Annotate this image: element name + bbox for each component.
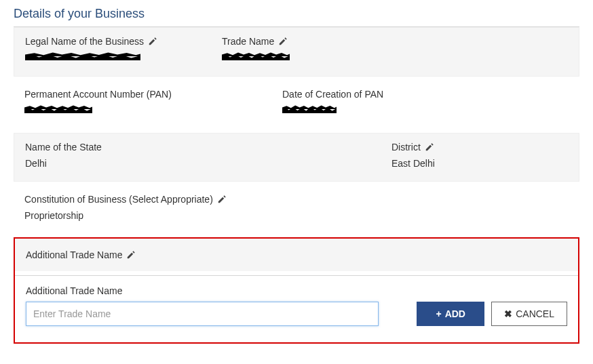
value-constitution: Proprietorship [24, 210, 569, 221]
field-legal-name: Legal Name of the Business [25, 36, 222, 64]
label-pan: Permanent Account Number (PAN) [24, 89, 172, 100]
label-district: District [391, 142, 421, 153]
trade-name-input[interactable] [26, 302, 379, 326]
pencil-icon[interactable] [278, 37, 288, 46]
value-legal-name [25, 52, 222, 64]
value-trade-name [222, 52, 568, 64]
add-button-label: ADD [445, 308, 465, 319]
field-trade-name: Trade Name [222, 36, 568, 64]
field-state: Name of the State Delhi [25, 142, 391, 169]
value-pan-date [282, 105, 569, 117]
field-pan-date: Date of Creation of PAN [282, 89, 569, 117]
section-title: Details of your Business [14, 7, 579, 21]
pencil-icon[interactable] [217, 195, 227, 204]
plus-icon: + [436, 308, 441, 319]
label-additional-trade-header: Additional Trade Name [26, 249, 122, 260]
label-additional-trade-input: Additional Trade Name [26, 285, 379, 296]
panel-state: Name of the State Delhi District East De… [14, 133, 579, 182]
value-district: East Delhi [391, 158, 568, 169]
label-constitution: Constitution of Business (Select Appropr… [24, 194, 213, 205]
highlight-additional-trade: Additional Trade Name Additional Trade N… [14, 237, 579, 344]
panel-pan: Permanent Account Number (PAN) Date of C… [14, 81, 579, 129]
label-legal-name: Legal Name of the Business [25, 36, 144, 47]
cancel-button[interactable]: ✖ CANCEL [491, 302, 567, 326]
field-district: District East Delhi [391, 142, 568, 169]
value-state: Delhi [25, 158, 391, 169]
label-pan-date: Date of Creation of PAN [282, 89, 383, 100]
x-icon: ✖ [504, 308, 512, 319]
field-pan: Permanent Account Number (PAN) [24, 89, 282, 117]
panel-additional-trade-header: Additional Trade Name [15, 239, 578, 271]
pencil-icon[interactable] [148, 37, 157, 46]
panel-additional-trade-input: Additional Trade Name + ADD ✖ CANCEL [15, 276, 578, 338]
panel-names: Legal Name of the Business Trade Name [14, 27, 579, 77]
cancel-button-label: CANCEL [516, 308, 554, 319]
pencil-icon[interactable] [425, 142, 434, 152]
panel-constitution: Constitution of Business (Select Appropr… [14, 186, 579, 233]
label-trade-name: Trade Name [222, 36, 274, 47]
add-button[interactable]: + ADD [417, 302, 484, 326]
pencil-icon[interactable] [126, 250, 136, 260]
label-state: Name of the State [25, 142, 102, 153]
value-pan [24, 105, 282, 117]
